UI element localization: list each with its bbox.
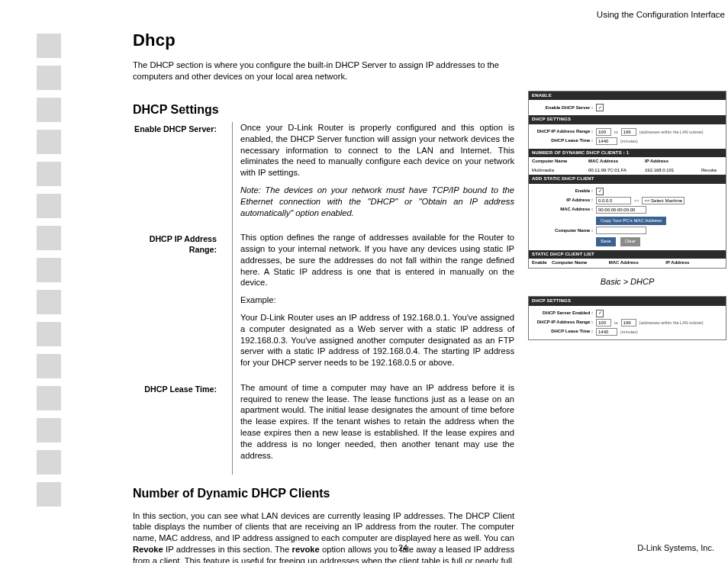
field-label: DHCP Lease Time : bbox=[533, 138, 593, 144]
field-label: MAC Address : bbox=[533, 207, 593, 213]
setting-text: The amount of time a computer may have a… bbox=[240, 382, 514, 461]
checkbox-icon: ✓ bbox=[596, 104, 604, 111]
field-label: Enable : bbox=[533, 188, 593, 195]
gutter-square bbox=[37, 258, 61, 282]
cell-ip: 192.168.0.101 bbox=[645, 168, 701, 174]
clear-button: Clear bbox=[620, 237, 640, 246]
input-range-from: 100 bbox=[596, 128, 611, 136]
screenshot-caption: Basic > DHCP bbox=[528, 276, 726, 288]
gutter-square bbox=[37, 98, 61, 122]
dynamic-clients-heading: Number of Dynamic DHCP Clients bbox=[133, 485, 514, 501]
footer-company: D-Link Systems, Inc. bbox=[637, 542, 714, 554]
panel-bar: ADD STATIC DHCP CLIENT bbox=[529, 175, 726, 184]
page-number: 24 bbox=[398, 542, 407, 554]
gutter-square bbox=[37, 130, 61, 154]
field-label: DHCP IP Address Range : bbox=[533, 320, 593, 326]
panel-bar: NUMBER OF DYNAMIC DHCP CLIENTS : 1 bbox=[529, 149, 726, 158]
setting-text: This option defines the range of address… bbox=[240, 232, 514, 288]
gutter-square bbox=[37, 386, 61, 410]
table-header: Computer Name MAC Address IP Address bbox=[529, 157, 726, 166]
col-ip: IP Address bbox=[645, 159, 701, 165]
copy-mac-button: Copy Your PC's MAC Address bbox=[596, 217, 666, 226]
gutter-square bbox=[37, 322, 61, 346]
cell-mac: 00:11:99:7C:01:FA bbox=[588, 168, 645, 174]
intro-text: The DHCP section is where you configure … bbox=[133, 60, 507, 82]
field-label: DHCP IP Address Range : bbox=[533, 129, 593, 135]
page-footer: 24 D-Link Systems, Inc. bbox=[92, 542, 714, 554]
panel-bar: STATIC DHCP CLIENT LIST bbox=[529, 250, 726, 259]
input-ip: 0.0.0.0 bbox=[596, 197, 631, 204]
gutter-square bbox=[37, 450, 61, 475]
screenshot-basic-dhcp: ENABLE Enable DHCP Server :✓ DHCP SETTIN… bbox=[528, 91, 726, 269]
checkbox-icon: ✓ bbox=[596, 188, 604, 195]
input-range-to: 199 bbox=[621, 319, 636, 327]
setting-label-enable: Enable DHCP Server: bbox=[133, 122, 224, 232]
setting-body-lease: The amount of time a computer may have a… bbox=[232, 382, 514, 475]
header-section-label: Using the Configuration Interface bbox=[597, 9, 725, 21]
col-mac: MAC Address bbox=[609, 260, 666, 266]
field-label: Enable DHCP Server : bbox=[533, 105, 593, 111]
field-label: DHCP Server Enabled : bbox=[533, 310, 593, 317]
gutter-square bbox=[37, 226, 61, 250]
dhcp-settings-heading: DHCP Settings bbox=[133, 101, 514, 117]
panel-bar: DHCP SETTINGS bbox=[529, 297, 726, 306]
gutter-square bbox=[37, 482, 61, 507]
field-hint: (minutes) bbox=[620, 330, 638, 335]
decorative-gutter bbox=[0, 0, 128, 563]
input-lease: 1440 bbox=[596, 328, 617, 336]
col-name: Computer Name bbox=[532, 159, 588, 165]
gutter-square bbox=[37, 66, 61, 90]
gutter-square bbox=[37, 162, 61, 186]
table-header: Enable Computer Name MAC Address IP Addr… bbox=[529, 259, 726, 268]
field-hint: (addresses within the LAN subnet) bbox=[639, 320, 704, 326]
input-mac: 00:00:00:00:00:00 bbox=[596, 206, 646, 214]
gutter-square bbox=[37, 290, 61, 314]
select-machine: << Select Machine bbox=[642, 197, 685, 204]
field-label: Computer Name : bbox=[533, 228, 593, 234]
setting-note: Note: The devices on your network must h… bbox=[240, 185, 514, 218]
setting-label-lease: DHCP Lease Time: bbox=[133, 382, 224, 475]
col-enable: Enable bbox=[532, 260, 552, 266]
to-label: to bbox=[614, 320, 618, 326]
cell-revoke: Revoke bbox=[701, 168, 723, 174]
input-range-to: 199 bbox=[621, 128, 636, 136]
table-row: Multimedia 00:11:99:7C:01:FA 192.168.0.1… bbox=[529, 166, 726, 175]
setting-body-range: This option defines the range of address… bbox=[232, 232, 514, 382]
cell-name: Multimedia bbox=[532, 168, 588, 174]
gutter-square bbox=[37, 194, 61, 218]
col-name: Computer Name bbox=[552, 260, 609, 266]
setting-body-enable: Once your D-Link Router is properly conf… bbox=[232, 122, 514, 232]
input-range-from: 100 bbox=[596, 319, 611, 327]
panel-bar: ENABLE bbox=[529, 92, 726, 101]
field-label: DHCP Lease Time : bbox=[533, 329, 593, 335]
setting-text: Once your D-Link Router is properly conf… bbox=[240, 122, 514, 179]
panel-bar: DHCP SETTINGS bbox=[529, 115, 726, 124]
gutter-square bbox=[37, 34, 61, 58]
input-lease: 1440 bbox=[596, 137, 617, 145]
checkbox-icon: ✓ bbox=[596, 310, 604, 317]
gutter-square bbox=[37, 418, 61, 442]
example-text: Your D-Link Router uses an IP address of… bbox=[240, 312, 514, 368]
text-run: In this section, you can see what LAN de… bbox=[133, 511, 514, 543]
dynamic-clients-text: In this section, you can see what LAN de… bbox=[133, 510, 514, 563]
col-mac: MAC Address bbox=[588, 159, 645, 165]
save-button: Save bbox=[596, 237, 616, 246]
screenshot-dhcp-settings: DHCP SETTINGS DHCP Server Enabled :✓ DHC… bbox=[528, 296, 726, 340]
example-label: Example: bbox=[240, 294, 514, 306]
field-label: IP Address : bbox=[533, 198, 593, 204]
field-hint: (minutes) bbox=[620, 139, 638, 144]
input-computer-name bbox=[596, 227, 646, 234]
gutter-square bbox=[37, 354, 61, 378]
page-title: Dhcp bbox=[133, 29, 726, 51]
setting-label-range: DHCP IP Address Range: bbox=[133, 232, 224, 382]
field-hint: (addresses within the LAN subnet) bbox=[639, 130, 704, 135]
col-ip: IP Address bbox=[665, 260, 723, 266]
